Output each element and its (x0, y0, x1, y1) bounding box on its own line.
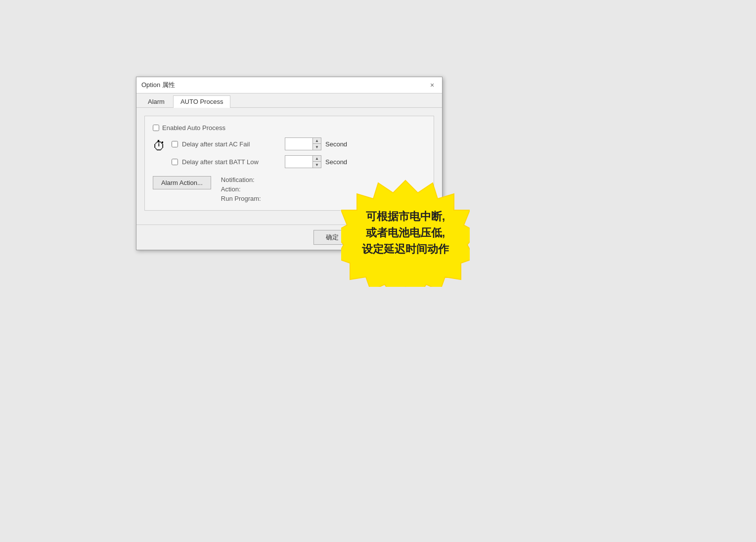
ac-fail-input[interactable]: 600 (285, 138, 312, 150)
enabled-auto-process-checkbox[interactable] (153, 125, 159, 131)
annotation-line3: 设定延迟时间动作 (362, 243, 449, 255)
run-program-label: Run Program: (221, 195, 261, 202)
sub-section: ⏱ Delay after start AC Fail 600 ▲ ▼ (153, 137, 426, 168)
notification-info: Notification: Action: Run Program: (221, 176, 261, 202)
dialog-title: Option 属性 (141, 81, 175, 90)
tabs-bar: Alarm AUTO Process (136, 93, 442, 108)
batt-low-spinbox-buttons: ▲ ▼ (312, 156, 321, 168)
ac-fail-row: Delay after start AC Fail 600 ▲ ▼ Second (172, 137, 347, 150)
dialog-titlebar: Option 属性 × (136, 77, 442, 93)
enabled-auto-process-row: Enabled Auto Process (153, 124, 426, 132)
annotation-line1: 可根据市电中断, (366, 210, 445, 223)
ac-fail-checkbox[interactable] (172, 141, 178, 147)
ac-fail-spin-up[interactable]: ▲ (313, 138, 321, 144)
batt-low-spinbox: 60 ▲ ▼ (285, 155, 321, 168)
close-button[interactable]: × (427, 80, 437, 90)
page-wrapper: Option 属性 × Alarm AUTO Process Enabled A… (0, 0, 756, 542)
notification-label: Notification: (221, 176, 261, 183)
batt-low-row: Delay after start BATT Low 60 ▲ ▼ Second (172, 155, 347, 168)
batt-low-input[interactable]: 60 (285, 156, 312, 168)
batt-low-label: Delay after start BATT Low (182, 158, 281, 166)
tab-auto-process[interactable]: AUTO Process (173, 95, 230, 108)
clock-icon: ⏱ (153, 138, 166, 154)
ac-fail-label: Delay after start AC Fail (182, 140, 281, 148)
ac-fail-unit: Second (325, 140, 347, 148)
sub-options: Delay after start AC Fail 600 ▲ ▼ Second (172, 137, 347, 168)
enabled-auto-process-label: Enabled Auto Process (162, 124, 225, 132)
ac-fail-spinbox-buttons: ▲ ▼ (312, 138, 321, 150)
batt-low-spin-up[interactable]: ▲ (313, 156, 321, 162)
tab-alarm[interactable]: Alarm (140, 95, 172, 107)
star-burst: 可根据市电中断, 或者电池电压低, 设定延迟时间动作 (341, 178, 470, 287)
annotation-line2: 或者电池电压低, (366, 226, 445, 239)
ac-fail-spin-down[interactable]: ▼ (313, 144, 321, 150)
batt-low-unit: Second (325, 158, 347, 166)
ac-fail-spinbox: 600 ▲ ▼ (285, 137, 321, 150)
batt-low-spin-down[interactable]: ▼ (313, 162, 321, 168)
batt-low-checkbox[interactable] (172, 159, 178, 165)
action-label: Action: (221, 185, 261, 193)
annotation-text: 可根据市电中断, 或者电池电压低, 设定延迟时间动作 (362, 208, 449, 257)
alarm-action-button[interactable]: Alarm Action... (153, 176, 211, 189)
annotation-bubble: 可根据市电中断, 或者电池电压低, 设定延迟时间动作 (341, 178, 470, 287)
